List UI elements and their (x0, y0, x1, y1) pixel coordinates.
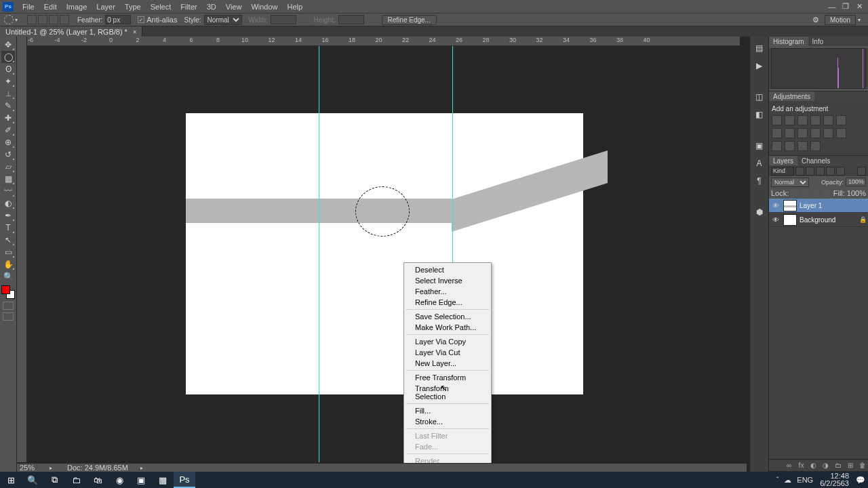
shape-tool[interactable]: ▭ (1, 246, 15, 258)
fill-value[interactable]: 100% (847, 189, 866, 197)
context-stroke[interactable]: Stroke... (406, 416, 490, 427)
color-swatch[interactable] (1, 285, 15, 299)
layers-tab[interactable]: Layers (769, 156, 797, 165)
info-tab[interactable]: Info (808, 37, 828, 46)
feather-input[interactable] (105, 15, 131, 24)
menu-help[interactable]: Help (283, 3, 308, 11)
ellipse-marquee-icon[interactable] (4, 15, 14, 24)
brush-tool[interactable]: ✐ (1, 124, 15, 136)
context-save-selection[interactable]: Save Selection... (406, 311, 490, 322)
selection-new-button[interactable] (27, 15, 37, 24)
tray-lang[interactable]: ENG (794, 476, 816, 484)
zoom-tool[interactable]: 🔍 (1, 270, 15, 283)
app-icon-1[interactable]: ▣ (130, 472, 152, 488)
document-tab[interactable]: Untitled-1 @ 25% (Layer 1, RGB/8) * × (0, 26, 142, 37)
eyedropper-tool[interactable]: ✎ (1, 100, 15, 112)
stamp-tool[interactable]: ⊕ (1, 136, 15, 148)
lock-pixels-icon[interactable] (801, 189, 809, 197)
panel-type-icon[interactable]: A (753, 157, 766, 170)
delete-layer-icon[interactable]: 🗑 (858, 461, 867, 470)
new-layer-icon[interactable]: ⊞ (846, 461, 854, 470)
histogram-tab[interactable]: Histogram (769, 37, 808, 46)
workspace-select[interactable]: Motion (825, 15, 856, 25)
panel-3d-icon[interactable]: ⬢ (753, 205, 766, 219)
menu-view[interactable]: View (221, 3, 247, 11)
layer-thumb[interactable] (783, 214, 797, 226)
adj-curves-icon[interactable] (797, 115, 808, 125)
visibility-icon[interactable]: 👁 (771, 202, 781, 209)
layer-name[interactable]: Layer 1 (800, 202, 866, 209)
context-fill[interactable]: Fill... (406, 405, 490, 416)
filter-pixel-icon[interactable] (795, 167, 804, 176)
zoom-arrow-icon[interactable]: ▸ (50, 465, 52, 471)
options-gear-icon[interactable]: ⚙ (812, 16, 822, 24)
visibility-icon[interactable]: 👁 (771, 216, 781, 224)
adj-thresh-icon[interactable] (772, 141, 782, 151)
adj-hue-icon[interactable] (836, 115, 846, 125)
group-icon[interactable]: 🗀 (833, 461, 842, 470)
tab-close-icon[interactable]: × (133, 28, 136, 35)
menu-image[interactable]: Image (62, 3, 92, 11)
context-layer-via-copy[interactable]: Layer Via Copy (406, 336, 490, 347)
tray-notif-icon[interactable]: 💬 (853, 476, 868, 485)
menu-file[interactable]: File (18, 3, 39, 11)
filter-shape-icon[interactable] (826, 167, 835, 176)
adj-lookup-icon[interactable] (810, 128, 821, 138)
adj-invert-icon[interactable] (823, 128, 833, 138)
link-layers-icon[interactable]: ∞ (785, 461, 793, 470)
doc-info[interactable]: Doc: 24.9M/8.65M (67, 464, 128, 472)
context-transform-selection[interactable]: Transform Selection (406, 383, 490, 402)
eraser-tool[interactable]: ▱ (1, 161, 15, 173)
chrome-icon[interactable]: ◉ (108, 472, 130, 488)
gradient-tool[interactable]: ▦ (1, 173, 15, 185)
selection-add-button[interactable] (38, 15, 47, 24)
minimize-icon[interactable]: — (826, 2, 838, 12)
panel-icon-2[interactable]: ◫ (753, 90, 766, 104)
blend-mode-select[interactable]: Normal (771, 178, 809, 187)
lock-pos-icon[interactable] (811, 189, 819, 197)
menu-select[interactable]: Select (146, 3, 176, 11)
search-icon[interactable]: 🔍 (22, 472, 43, 488)
panel-play-icon[interactable]: ▶ (753, 59, 766, 73)
photoshop-taskbar-icon[interactable]: Ps (174, 472, 195, 488)
menu-layer[interactable]: Layer (92, 3, 120, 11)
guide-vertical-1[interactable] (319, 46, 319, 462)
context-free-transform[interactable]: Free Transform (406, 372, 490, 383)
lasso-tool[interactable]: ʘ (1, 63, 15, 75)
move-tool[interactable]: ✥ (1, 39, 15, 51)
wand-tool[interactable]: ✦ (1, 75, 15, 87)
adj-levels-icon[interactable] (785, 115, 795, 125)
adj-layer-icon[interactable]: ◑ (821, 461, 830, 470)
layer-item[interactable]: 👁 Background 🔒 (769, 213, 868, 227)
context-layer-via-cut[interactable]: Layer Via Cut (406, 347, 490, 358)
history-brush-tool[interactable]: ↺ (1, 148, 15, 161)
panel-icon-4[interactable]: ▣ (753, 139, 766, 152)
pen-tool[interactable]: ✒ (1, 209, 15, 222)
selection-intersect-button[interactable] (60, 15, 69, 24)
lock-trans-icon[interactable] (791, 189, 799, 197)
context-deselect[interactable]: Deselect (406, 264, 490, 275)
filter-adj-icon[interactable] (806, 167, 814, 176)
close-icon[interactable]: ✕ (853, 2, 865, 12)
adj-vibrance-icon[interactable] (823, 115, 833, 125)
adj-mixer-icon[interactable] (797, 128, 808, 138)
menu-edit[interactable]: Edit (39, 3, 62, 11)
app-icon-2[interactable]: ▦ (152, 472, 174, 488)
fx-icon[interactable]: fx (797, 461, 806, 470)
hand-tool[interactable]: ✋ (1, 258, 15, 270)
panel-paragraph-icon[interactable]: ¶ (753, 174, 766, 188)
antialias-checkbox[interactable]: ✓ (138, 16, 144, 23)
lock-all-icon[interactable] (821, 189, 829, 197)
adj-selcolor-icon[interactable] (797, 141, 808, 151)
workspace-dropdown-icon[interactable]: ▾ (856, 17, 864, 23)
quickmask-icon[interactable] (3, 302, 14, 310)
context-new-layer[interactable]: New Layer... (406, 358, 490, 369)
adj-photo-icon[interactable] (785, 128, 795, 138)
tool-preset-dropdown[interactable]: ▾ (15, 17, 20, 23)
document-paper[interactable] (186, 113, 583, 394)
blur-tool[interactable]: 〰 (1, 185, 15, 197)
context-feather[interactable]: Feather... (406, 286, 490, 297)
context-refine-edge[interactable]: Refine Edge... (406, 297, 490, 308)
horizontal-ruler[interactable]: -6-4-20246810121416182022242628303234363… (27, 37, 740, 46)
store-icon[interactable]: 🛍 (87, 472, 108, 488)
